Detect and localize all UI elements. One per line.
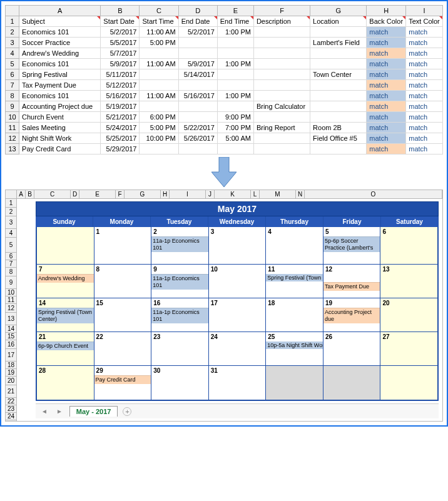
col-G[interactable]: G — [310, 6, 367, 16]
cell[interactable] — [310, 59, 367, 69]
row-header[interactable]: 5 — [6, 59, 19, 69]
cell[interactable]: match — [367, 91, 406, 101]
calendar-day[interactable]: 6 — [380, 227, 437, 264]
cell[interactable] — [310, 144, 367, 154]
calendar-event[interactable]: Spring Festival (Town Center) — [37, 308, 94, 323]
cal-row-number[interactable]: 16 — [6, 340, 16, 349]
cell[interactable]: Accounting Project due — [19, 101, 101, 112]
calendar-day[interactable]: 911a-1p Economics 101 — [151, 265, 209, 298]
calendar-day[interactable]: 13 — [380, 265, 437, 298]
cell[interactable]: Sales Meeting — [19, 123, 101, 133]
cal-row-number[interactable]: 12 — [6, 304, 16, 313]
calendar-day[interactable]: 17 — [209, 298, 267, 331]
cell[interactable]: 5/21/2017 — [101, 112, 140, 123]
cell[interactable] — [253, 27, 310, 38]
calendar-event-span[interactable]: Spring Festival (Town Center) — [266, 274, 323, 281]
header-cell[interactable]: Location — [310, 16, 367, 27]
col-E[interactable]: E — [217, 6, 253, 16]
cell[interactable] — [178, 101, 217, 112]
cell[interactable] — [253, 48, 310, 59]
cell[interactable] — [178, 112, 217, 123]
cell[interactable]: match — [406, 80, 443, 91]
row-header[interactable]: 10 — [6, 112, 19, 123]
row-header[interactable]: 13 — [6, 144, 19, 154]
cell[interactable] — [253, 133, 310, 144]
cell[interactable]: 7:00 PM — [217, 123, 253, 133]
cell[interactable]: 5/2/2017 — [178, 27, 217, 38]
cal-row-number[interactable]: 24 — [6, 413, 16, 420]
cell[interactable]: 5/16/2017 — [178, 91, 217, 101]
calendar-day[interactable]: 8 — [94, 265, 152, 298]
calendar-day[interactable]: 29Pay Credit Card — [94, 366, 152, 400]
row-header[interactable]: 11 — [6, 123, 19, 133]
header-cell[interactable]: End Date — [178, 16, 217, 27]
cell[interactable]: match — [406, 27, 443, 38]
cell[interactable]: Soccer Practice — [19, 38, 101, 48]
calendar-event[interactable]: Accounting Project due — [323, 308, 380, 323]
cell[interactable] — [178, 80, 217, 91]
calendar-day[interactable] — [380, 366, 437, 400]
calendar-day[interactable]: 28 — [37, 366, 94, 400]
cal-row-number[interactable]: 22 — [6, 398, 16, 405]
cell[interactable]: match — [367, 144, 406, 154]
row-header[interactable]: 8 — [6, 91, 19, 101]
cell[interactable]: match — [406, 112, 443, 123]
cell[interactable] — [253, 144, 310, 154]
cell[interactable]: 11:00 AM — [140, 91, 178, 101]
cal-col-letter[interactable]: A — [17, 190, 26, 198]
cal-col-letter[interactable]: G — [125, 190, 161, 198]
calendar-event[interactable]: 6p-9p Church Event — [37, 342, 94, 350]
cal-row-number[interactable]: 21 — [6, 385, 16, 398]
cell[interactable]: 5:00 PM — [140, 38, 178, 48]
calendar-day[interactable]: 27 — [380, 332, 437, 365]
cell[interactable] — [310, 91, 367, 101]
cal-row-number[interactable]: 18 — [6, 362, 16, 369]
cell[interactable]: 5/7/2017 — [101, 48, 140, 59]
cell[interactable]: match — [367, 59, 406, 69]
cell[interactable]: match — [367, 112, 406, 123]
cal-row-number[interactable]: 20 — [6, 377, 16, 385]
row-header[interactable]: 7 — [6, 80, 19, 91]
cell[interactable] — [310, 80, 367, 91]
cell[interactable]: 5/11/2017 — [101, 69, 140, 80]
cal-col-letter[interactable]: E — [79, 190, 116, 198]
col-F[interactable]: F — [253, 6, 310, 16]
cell[interactable]: 5/25/2017 — [101, 133, 140, 144]
calendar-grid[interactable]: 1211a-1p Economics 1013455p-6p Soccer Pr… — [36, 227, 439, 401]
cal-col-letter[interactable]: N — [296, 190, 305, 198]
cell[interactable]: match — [406, 48, 443, 59]
row-header[interactable]: 4 — [6, 48, 19, 59]
calendar-day[interactable] — [266, 366, 323, 400]
cal-row-number[interactable]: 8 — [6, 268, 16, 276]
cell[interactable] — [140, 101, 178, 112]
cell[interactable]: Andrew's Wedding — [19, 48, 101, 59]
cell[interactable]: match — [406, 69, 443, 80]
cell[interactable]: Lambert's Field — [310, 38, 367, 48]
calendar-event[interactable]: 11a-1p Economics 101 — [151, 236, 208, 252]
cell[interactable]: Night Shift Work — [19, 133, 101, 144]
cell[interactable] — [217, 38, 253, 48]
cell[interactable]: 5/29/2017 — [101, 144, 140, 154]
calendar-event-span[interactable]: 10p-5a Night Shift Work (Field Office #5… — [266, 342, 323, 349]
calendar-day[interactable]: 3 — [209, 227, 267, 264]
cal-row-number[interactable]: 1 — [6, 199, 16, 208]
row-header[interactable]: 3 — [6, 38, 19, 48]
cell[interactable] — [253, 59, 310, 69]
cell[interactable] — [253, 38, 310, 48]
cal-col-letter[interactable]: M — [260, 190, 296, 198]
cal-row-number[interactable]: 4 — [6, 229, 16, 238]
cal-row-number[interactable]: 10 — [6, 289, 16, 296]
tab-prev-icon[interactable]: ◄ — [39, 408, 49, 415]
cal-row-number[interactable]: 9 — [6, 276, 16, 289]
cell[interactable]: Economics 101 — [19, 27, 101, 38]
header-cell[interactable]: Subject — [19, 16, 101, 27]
corner-cell[interactable] — [6, 6, 19, 16]
cell[interactable] — [178, 38, 217, 48]
header-cell[interactable]: Description — [253, 16, 310, 27]
cal-row-number[interactable]: 7 — [6, 260, 16, 268]
cell[interactable]: 5/9/2017 — [178, 59, 217, 69]
calendar-day[interactable]: 24 — [209, 332, 267, 365]
cal-row-number[interactable]: 11 — [6, 296, 16, 304]
header-cell[interactable]: Start Time — [140, 16, 178, 27]
col-H[interactable]: H — [367, 6, 406, 16]
